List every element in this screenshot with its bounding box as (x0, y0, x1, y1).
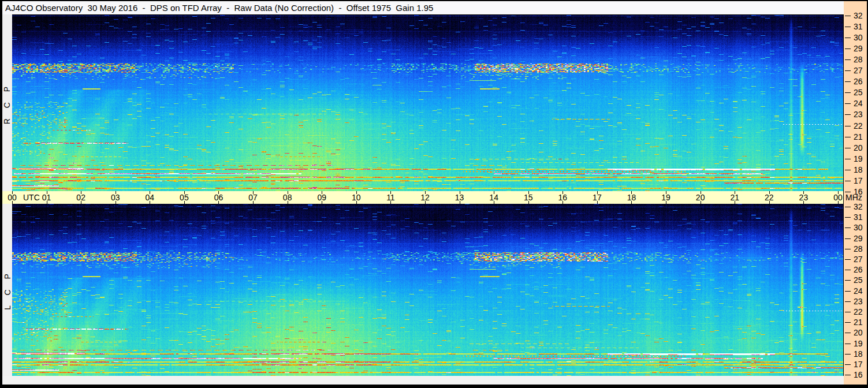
bottom-margin-strip (2, 376, 844, 385)
freq-tick (845, 137, 851, 137)
freq-tick (845, 38, 851, 38)
freq-label: 29 (854, 234, 863, 242)
frequency-axis-strip: 3231302928272625242322212019181716323130… (844, 1, 867, 385)
freq-label: 27 (854, 66, 863, 74)
freq-label: 31 (854, 23, 863, 31)
freq-label: 30 (854, 33, 863, 42)
freq-tick (845, 270, 851, 270)
time-axis-strip: 0001020304050607080910111213141516171819… (2, 191, 844, 204)
app-window: AJ4CO Observatory 30 May 2016 - DPS on T… (0, 0, 868, 388)
time-label: 11 (382, 193, 399, 202)
freq-label: 25 (854, 88, 863, 96)
time-label: 09 (313, 193, 330, 202)
freq-tick (845, 227, 851, 228)
time-label: 04 (141, 193, 158, 202)
rcp-label-text: R C P (3, 82, 12, 124)
rcp-spectrogram[interactable] (12, 15, 843, 191)
freq-tick (845, 70, 851, 71)
time-label: 08 (279, 193, 296, 202)
freq-tick (845, 217, 851, 218)
freq-tick (845, 333, 851, 333)
freq-label: 17 (854, 177, 863, 185)
freq-label: 24 (854, 287, 863, 295)
freq-tick (845, 280, 851, 281)
freq-label: 20 (854, 144, 863, 152)
freq-tick (845, 16, 851, 16)
freq-tick (845, 81, 851, 82)
freq-label: 20 (854, 329, 863, 337)
rcp-label: R C P (2, 15, 12, 191)
freq-tick (845, 344, 851, 344)
time-label: 03 (107, 193, 124, 202)
time-label: 13 (451, 193, 468, 202)
freq-tick (845, 259, 851, 260)
freq-label: 28 (854, 55, 863, 64)
freq-tick (845, 27, 851, 27)
title-bar: AJ4CO Observatory 30 May 2016 - DPS on T… (2, 1, 844, 14)
freq-label: 17 (854, 360, 863, 368)
lcp-label-text: L C P (3, 270, 12, 310)
time-label: 00 (3, 193, 21, 202)
time-label: 12 (416, 193, 434, 202)
freq-label: 32 (854, 203, 863, 211)
freq-tick (845, 92, 851, 93)
time-label: 06 (210, 193, 227, 202)
time-label: 10 (348, 193, 365, 202)
time-label: 19 (657, 193, 675, 202)
time-label: 07 (244, 193, 262, 202)
time-label: 02 (72, 193, 90, 202)
freq-axis-line (843, 15, 844, 376)
freq-label: 18 (854, 166, 863, 174)
freq-label: 19 (854, 339, 863, 348)
freq-tick (845, 375, 851, 375)
freq-tick (845, 170, 851, 170)
freq-label: 26 (854, 77, 863, 85)
time-label: 18 (623, 193, 640, 202)
time-label: 14 (485, 193, 502, 202)
freq-tick (845, 59, 851, 60)
freq-tick (845, 159, 851, 159)
freq-label: 19 (854, 155, 863, 163)
lcp-label: L C P (2, 204, 12, 376)
freq-label: 18 (854, 350, 863, 358)
freq-tick (845, 48, 851, 49)
freq-tick (845, 249, 851, 249)
freq-label: 28 (854, 245, 863, 253)
time-label: 23 (795, 193, 812, 202)
freq-label: 26 (854, 266, 863, 274)
freq-tick (845, 364, 851, 365)
freq-label: 31 (854, 213, 863, 221)
freq-tick (845, 238, 851, 239)
time-label: 17 (588, 193, 606, 202)
freq-tick (845, 148, 851, 148)
window-title: AJ4CO Observatory 30 May 2016 - DPS on T… (5, 1, 433, 14)
freq-tick (845, 103, 851, 104)
freq-label: 32 (854, 12, 863, 20)
freq-tick (845, 312, 851, 312)
time-label: 01 (38, 193, 55, 202)
freq-tick (845, 322, 851, 323)
freq-label: 23 (854, 110, 863, 118)
time-label: 20 (692, 193, 709, 202)
time-label: 15 (520, 193, 537, 202)
utc-unit-label: UTC (23, 193, 40, 202)
freq-label: 22 (854, 308, 863, 316)
time-label: 21 (726, 193, 743, 202)
time-label: 22 (761, 193, 778, 202)
freq-tick (845, 181, 851, 181)
freq-tick (845, 114, 851, 115)
time-label: 16 (554, 193, 571, 202)
freq-tick (845, 192, 851, 192)
freq-label: 23 (854, 297, 863, 305)
freq-label: 21 (854, 318, 863, 326)
freq-label: 30 (854, 223, 863, 232)
mhz-unit-label: MHz (845, 193, 862, 202)
lcp-spectrogram[interactable] (12, 204, 843, 376)
freq-tick (845, 207, 851, 207)
freq-label: 22 (854, 122, 863, 130)
time-label: 00 (829, 193, 847, 202)
freq-label: 25 (854, 276, 863, 284)
freq-label: 29 (854, 44, 863, 53)
freq-label: 24 (854, 99, 863, 107)
freq-tick (845, 354, 851, 355)
